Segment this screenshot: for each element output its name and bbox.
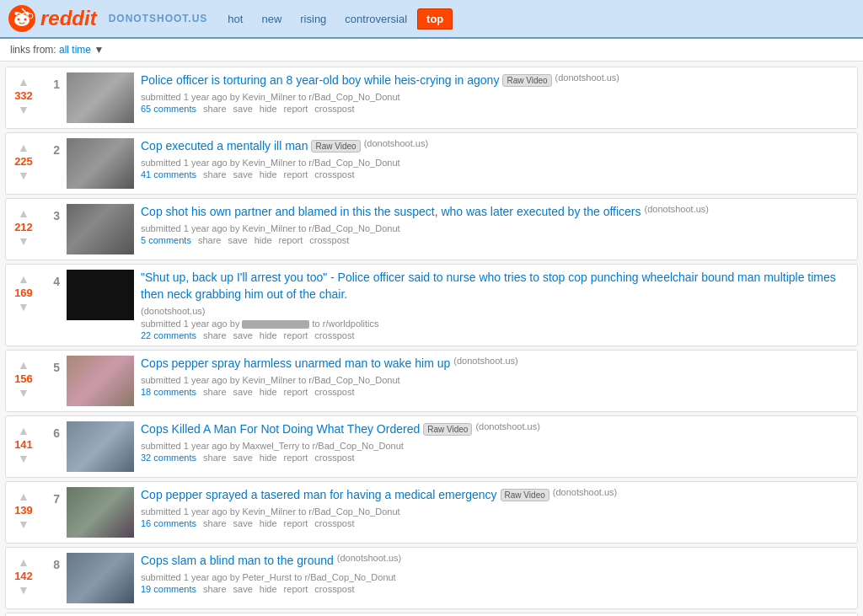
vote-area: ▲ 142 ▼ — [6, 553, 41, 599]
post-action-save[interactable]: save — [233, 169, 253, 179]
post-thumbnail[interactable] — [67, 72, 134, 123]
redacted-username — [242, 320, 309, 329]
post-action-share[interactable]: share — [203, 330, 227, 340]
post-action-crosspost[interactable]: crosspost — [314, 330, 354, 340]
post-title-link[interactable]: Cops slam a blind man to the ground — [141, 553, 334, 570]
vote-down-button[interactable]: ▼ — [18, 453, 29, 464]
svg-point-2 — [18, 19, 20, 21]
post-action-hide[interactable]: hide — [260, 169, 277, 179]
post-domain: (donotshoot.us) — [553, 487, 617, 497]
vote-down-button[interactable]: ▼ — [18, 104, 29, 115]
post-action-hide[interactable]: hide — [255, 235, 272, 245]
post-title-link[interactable]: Cops pepper spray harmless unarmed man t… — [141, 356, 450, 372]
post-thumbnail[interactable] — [67, 356, 134, 406]
post-comments-link[interactable]: 32 comments — [141, 453, 196, 463]
post-comments-link[interactable]: 18 comments — [141, 387, 196, 397]
vote-up-button[interactable]: ▲ — [18, 273, 29, 285]
vote-up-button[interactable]: ▲ — [18, 556, 29, 568]
post-action-share[interactable]: share — [203, 518, 227, 528]
post-action-report[interactable]: report — [284, 584, 308, 594]
vote-up-button[interactable]: ▲ — [18, 359, 29, 371]
post-title-link[interactable]: "Shut up, back up I'll arrest you too" -… — [141, 270, 852, 303]
post-action-save[interactable]: save — [233, 387, 253, 397]
subreddit-name: DONOTSHOOT.US — [109, 13, 208, 24]
post-action-report[interactable]: report — [284, 330, 308, 340]
vote-down-button[interactable]: ▼ — [18, 235, 29, 247]
vote-down-button[interactable]: ▼ — [18, 387, 29, 399]
post-action-crosspost[interactable]: crosspost — [314, 453, 354, 463]
post-thumbnail[interactable] — [67, 138, 134, 189]
post-action-save[interactable]: save — [233, 330, 253, 340]
post-action-report[interactable]: report — [284, 387, 308, 397]
post-action-crosspost[interactable]: crosspost — [309, 235, 349, 245]
post-actions: 65 commentssharesavehidereportcrosspost — [141, 104, 852, 114]
post-comments-link[interactable]: 41 comments — [141, 169, 196, 179]
post-content: Cop shot his own partner and blamed in t… — [141, 204, 852, 245]
post-title-link[interactable]: Cop pepper sprayed a tasered man for hav… — [141, 487, 497, 504]
post-action-hide[interactable]: hide — [260, 453, 277, 463]
vote-down-button[interactable]: ▼ — [18, 169, 29, 181]
post-action-share[interactable]: share — [203, 104, 227, 114]
post-action-crosspost[interactable]: crosspost — [314, 104, 354, 114]
tab-top[interactable]: top — [417, 8, 453, 29]
post-comments-link[interactable]: 5 comments — [141, 235, 191, 245]
post-action-save[interactable]: save — [233, 584, 253, 594]
post-action-hide[interactable]: hide — [260, 584, 277, 594]
post-action-share[interactable]: share — [203, 169, 227, 179]
post-title-link[interactable]: Police officer is torturing an 8 year-ol… — [141, 72, 499, 89]
post-action-save[interactable]: save — [233, 518, 253, 528]
post-actions: 32 commentssharesavehidereportcrosspost — [141, 453, 852, 463]
post-action-report[interactable]: report — [284, 518, 308, 528]
tab-rising[interactable]: rising — [292, 9, 335, 29]
post-action-crosspost[interactable]: crosspost — [314, 169, 354, 179]
post-thumbnail[interactable] — [67, 487, 134, 538]
post-action-share[interactable]: share — [203, 453, 227, 463]
vote-down-button[interactable]: ▼ — [18, 518, 29, 530]
vote-up-button[interactable]: ▲ — [18, 76, 29, 88]
post-action-crosspost[interactable]: crosspost — [314, 387, 354, 397]
post-comments-link[interactable]: 65 comments — [141, 104, 196, 114]
post-action-crosspost[interactable]: crosspost — [314, 584, 354, 594]
post-title-link[interactable]: Cops Killed A Man For Not Doing What The… — [141, 421, 420, 438]
post-action-save[interactable]: save — [233, 104, 253, 114]
post-title-link[interactable]: Cop shot his own partner and blamed in t… — [141, 204, 641, 221]
tab-controversial[interactable]: controversial — [336, 9, 415, 29]
vote-down-button[interactable]: ▼ — [18, 584, 29, 596]
post-action-report[interactable]: report — [284, 453, 308, 463]
post-action-crosspost[interactable]: crosspost — [314, 518, 354, 528]
post-comments-link[interactable]: 19 comments — [141, 584, 196, 594]
post-action-report[interactable]: report — [284, 104, 308, 114]
post-comments-link[interactable]: 16 comments — [141, 518, 196, 528]
post-action-hide[interactable]: hide — [260, 518, 277, 528]
post-thumbnail[interactable] — [67, 204, 134, 254]
post-thumbnail[interactable] — [67, 421, 134, 472]
tab-new[interactable]: new — [253, 9, 290, 29]
vote-up-button[interactable]: ▲ — [18, 207, 29, 219]
post-action-share[interactable]: share — [203, 584, 227, 594]
post-action-save[interactable]: save — [233, 453, 253, 463]
post-item: ▲ 332 ▼ 1Police officer is torturing an … — [5, 67, 858, 129]
post-comments-link[interactable]: 22 comments — [141, 330, 196, 340]
vote-up-button[interactable]: ▲ — [18, 425, 29, 437]
post-action-save[interactable]: save — [228, 235, 247, 245]
post-action-share[interactable]: share — [198, 235, 222, 245]
post-thumbnail[interactable] — [67, 553, 134, 603]
post-domain: (donotshoot.us) — [453, 356, 517, 366]
post-title-link[interactable]: Cop executed a mentally ill man — [141, 138, 308, 155]
vote-up-button[interactable]: ▲ — [18, 142, 29, 153]
links-from-filter[interactable]: all time — [59, 44, 91, 56]
tab-hot[interactable]: hot — [219, 9, 251, 29]
post-actions: 18 commentssharesavehidereportcrosspost — [141, 387, 852, 397]
vote-down-button[interactable]: ▼ — [18, 301, 29, 313]
post-action-hide[interactable]: hide — [260, 330, 277, 340]
links-from-bar: links from: all time ▼ — [0, 39, 863, 62]
post-title-row: "Shut up, back up I'll arrest you too" -… — [141, 270, 852, 316]
post-action-report[interactable]: report — [279, 235, 303, 245]
post-thumbnail[interactable] — [67, 270, 134, 320]
post-item: ▲ 225 ▼ 2Cop executed a mentally ill man… — [5, 132, 858, 195]
post-action-hide[interactable]: hide — [260, 387, 277, 397]
vote-up-button[interactable]: ▲ — [18, 490, 29, 502]
post-action-report[interactable]: report — [284, 169, 308, 179]
post-action-hide[interactable]: hide — [260, 104, 277, 114]
post-action-share[interactable]: share — [203, 387, 227, 397]
